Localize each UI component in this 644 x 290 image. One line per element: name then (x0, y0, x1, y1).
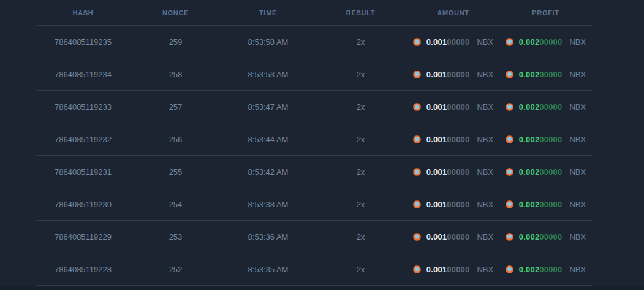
hash-cell: 7864085119232 (37, 135, 129, 144)
result-cell: 2x (314, 232, 407, 242)
profit-cell: 0.00200000 NBX (499, 167, 592, 177)
profit-cell: 0.00200000 NBX (499, 70, 592, 79)
time-cell: 8:53:58 AM (222, 37, 314, 47)
profit-value: 0.00200000 (519, 265, 563, 274)
amount-value: 0.00100000 (426, 70, 470, 79)
column-header-time: TIME (222, 9, 314, 17)
coin-icon (506, 265, 513, 273)
profit-value: 0.00200000 (519, 135, 563, 144)
profit-currency: NBX (569, 232, 586, 242)
profit-currency: NBX (569, 265, 586, 274)
profit-value: 0.00200000 (519, 200, 563, 209)
nonce-cell: 253 (129, 232, 222, 242)
table-header-row: HASH NONCE TIME RESULT AMOUNT PROFIT (37, 0, 592, 25)
amount-cell: 0.00100000 NBX (407, 200, 499, 209)
hash-cell: 7864085119230 (37, 200, 129, 209)
time-cell: 8:53:38 AM (222, 200, 314, 209)
result-cell: 2x (314, 265, 407, 274)
profit-currency: NBX (569, 167, 586, 177)
amount-currency: NBX (477, 37, 493, 47)
table-row[interactable]: 7864085119230 254 8:53:38 AM 2x 0.001000… (37, 188, 592, 220)
hash-cell: 7864085119229 (37, 232, 129, 242)
nonce-cell: 259 (129, 37, 222, 47)
hash-cell: 7864085119235 (37, 37, 129, 47)
time-cell: 8:53:53 AM (222, 70, 314, 79)
coin-icon (413, 135, 421, 143)
coin-icon (413, 71, 421, 78)
amount-cell: 0.00100000 NBX (407, 265, 499, 274)
result-cell: 2x (314, 37, 407, 47)
nonce-cell: 254 (129, 200, 222, 209)
time-cell: 8:53:44 AM (222, 135, 314, 144)
profit-currency: NBX (569, 102, 586, 112)
coin-icon (413, 38, 421, 46)
hash-cell: 7864085119234 (37, 70, 129, 79)
profit-value: 0.00200000 (519, 232, 563, 242)
amount-currency: NBX (477, 232, 493, 242)
column-header-profit: PROFIT (499, 9, 592, 17)
time-cell: 8:53:35 AM (222, 265, 314, 274)
profit-cell: 0.00200000 NBX (499, 102, 592, 112)
profit-currency: NBX (569, 135, 586, 144)
profit-currency: NBX (569, 70, 586, 79)
bet-history-table: HASH NONCE TIME RESULT AMOUNT PROFIT 786… (37, 0, 592, 286)
table-row[interactable]: 7864085119231 255 8:53:42 AM 2x 0.001000… (37, 155, 592, 188)
bet-history-screen: HASH NONCE TIME RESULT AMOUNT PROFIT 786… (0, 0, 644, 290)
result-cell: 2x (314, 135, 407, 144)
hash-cell: 7864085119231 (37, 167, 129, 177)
amount-cell: 0.00100000 NBX (407, 167, 499, 177)
profit-cell: 0.00200000 NBX (499, 200, 592, 209)
profit-cell: 0.00200000 NBX (499, 37, 592, 47)
time-cell: 8:53:47 AM (222, 102, 314, 112)
amount-currency: NBX (477, 200, 493, 209)
profit-currency: NBX (569, 37, 586, 47)
coin-icon (413, 200, 421, 208)
result-cell: 2x (314, 200, 407, 209)
nonce-cell: 257 (129, 102, 222, 112)
profit-cell: 0.00200000 NBX (499, 265, 592, 274)
coin-icon (506, 71, 513, 78)
amount-value: 0.00100000 (426, 200, 470, 209)
column-header-hash: HASH (37, 9, 129, 17)
amount-value: 0.00100000 (426, 37, 470, 47)
profit-cell: 0.00200000 NBX (499, 135, 592, 144)
table-row[interactable]: 7864085119228 252 8:53:35 AM 2x 0.001000… (37, 253, 592, 285)
coin-icon (506, 168, 513, 176)
table-row[interactable]: 7864085119229 253 8:53:36 AM 2x 0.001000… (37, 220, 592, 253)
amount-currency: NBX (477, 70, 493, 79)
coin-icon (506, 200, 513, 208)
column-header-nonce: NONCE (129, 9, 222, 17)
coin-icon (506, 233, 513, 241)
amount-currency: NBX (477, 167, 493, 177)
profit-value: 0.00200000 (519, 70, 563, 79)
result-cell: 2x (314, 102, 407, 112)
hash-cell: 7864085119228 (37, 265, 129, 274)
profit-value: 0.00200000 (519, 102, 563, 112)
nonce-cell: 255 (129, 167, 222, 177)
coin-icon (413, 233, 421, 241)
amount-value: 0.00100000 (426, 232, 470, 242)
amount-currency: NBX (477, 135, 493, 144)
table-row[interactable]: 7864085119233 257 8:53:47 AM 2x 0.001000… (37, 90, 592, 123)
table-row[interactable]: 7864085119235 259 8:53:58 AM 2x 0.001000… (37, 25, 592, 58)
column-header-amount: AMOUNT (407, 9, 499, 17)
table-row[interactable]: 7864085119234 258 8:53:53 AM 2x 0.001000… (37, 58, 592, 90)
coin-icon (413, 168, 421, 176)
hash-cell: 7864085119233 (37, 102, 129, 112)
coin-icon (413, 265, 421, 273)
nonce-cell: 258 (129, 70, 222, 79)
amount-currency: NBX (477, 102, 493, 112)
coin-icon (413, 103, 421, 111)
coin-icon (506, 103, 513, 111)
nonce-cell: 256 (129, 135, 222, 144)
amount-currency: NBX (477, 265, 493, 274)
nonce-cell: 252 (129, 265, 222, 274)
bottom-strip (0, 286, 644, 290)
amount-cell: 0.00100000 NBX (407, 70, 499, 79)
profit-currency: NBX (569, 200, 586, 209)
time-cell: 8:53:42 AM (222, 167, 314, 177)
profit-value: 0.00200000 (519, 37, 563, 47)
profit-cell: 0.00200000 NBX (499, 232, 592, 242)
coin-icon (506, 135, 513, 143)
table-row[interactable]: 7864085119232 256 8:53:44 AM 2x 0.001000… (37, 123, 592, 155)
